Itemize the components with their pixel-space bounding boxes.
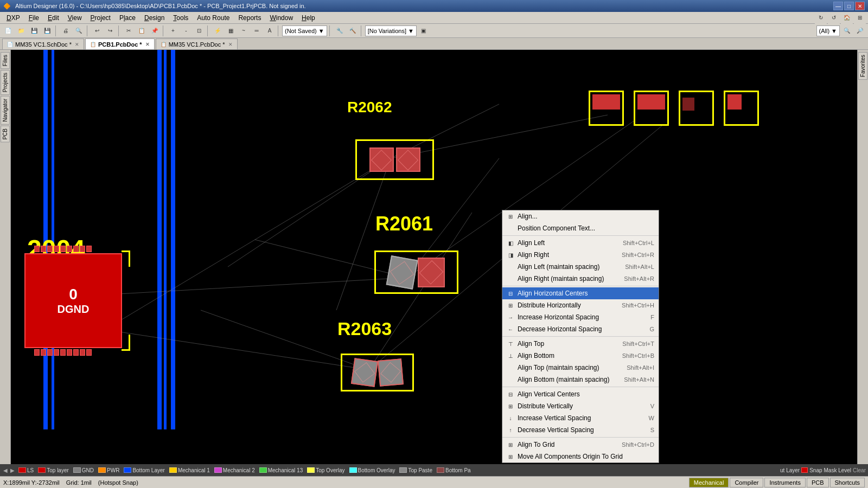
menu-window[interactable]: Window [265, 13, 297, 23]
tab-schematic-2[interactable]: 📋 MM35 VC1.PcbDoc * ✕ [156, 38, 238, 49]
top-comp-3[interactable] [679, 91, 714, 126]
tb-zoom-in[interactable]: + [167, 25, 179, 37]
tb-print[interactable]: 🖨 [60, 25, 72, 37]
menu-help[interactable]: Help [297, 13, 320, 23]
layer-mech13[interactable]: Mechanical 13 [258, 467, 304, 474]
sidebar-projects[interactable]: Projects [1, 70, 10, 95]
sidebar-files[interactable]: Files [1, 52, 10, 69]
toolbar-btn-3[interactable]: 🏠 [841, 12, 853, 24]
tb-new[interactable]: 📄 [2, 25, 14, 37]
ctx-align-top[interactable]: ⊤ Align Top Shift+Ctrl+T [502, 338, 659, 350]
ctx-align-top-spacing[interactable]: Align Top (maintain spacing) Shift+Alt+I [502, 362, 659, 374]
ctx-distribute-v[interactable]: ⊞ Distribute Vertically V [502, 400, 659, 412]
menu-dxp[interactable]: DXP [2, 13, 24, 23]
layer-bottompa[interactable]: Bottom Pa [435, 467, 473, 474]
ctx-align-hcenter[interactable]: ⊟ Align Horizontal Centers [502, 287, 659, 299]
menu-edit[interactable]: Edit [43, 13, 63, 23]
tb-cut[interactable]: ✂ [123, 25, 135, 37]
ctx-dec-h-spacing[interactable]: ← Decrease Horizontal Spacing G [502, 323, 659, 335]
layer-ls[interactable]: LS [17, 467, 35, 474]
tb-net[interactable]: ~ [238, 25, 250, 37]
comp-dgnd[interactable]: 0 DGND [24, 253, 122, 348]
tb-bus[interactable]: ═ [251, 25, 263, 37]
layer-mech1[interactable]: Mechanical 1 [168, 467, 212, 474]
tb-component[interactable]: ▦ [225, 25, 237, 37]
layer-toppaste[interactable]: Top Paste [398, 467, 433, 474]
ctx-align-left[interactable]: ◧ Align Left Shift+Ctrl+L [502, 237, 659, 249]
tab-close-2[interactable]: ✕ [145, 42, 150, 47]
ctx-align-bottom-spacing[interactable]: Align Bottom (maintain spacing) Shift+Al… [502, 374, 659, 386]
tb-redo[interactable]: ↪ [104, 25, 116, 37]
layer-gnd[interactable]: GND [72, 467, 95, 474]
ctx-dec-v-spacing[interactable]: ↑ Decrease Vertical Spacing S [502, 424, 659, 436]
menu-design[interactable]: Design [140, 13, 169, 23]
tb-zoom-a[interactable]: 🔍 [841, 25, 853, 37]
tab-shortcuts[interactable]: Shortcuts [830, 478, 865, 487]
layer-scroll-left-arrow[interactable]: ◀ [2, 467, 9, 473]
tb-zoom-out[interactable]: - [180, 25, 192, 37]
comp-r2061-body[interactable] [374, 251, 458, 294]
tb-wire[interactable]: ⚡ [212, 25, 224, 37]
toolbar-btn-1[interactable]: ↻ [815, 12, 827, 24]
tb-zoom-b[interactable]: 🔎 [854, 25, 866, 37]
layer-scroll-right-arrow[interactable]: ▶ [9, 467, 16, 473]
tb-variations-dropdown[interactable]: [No Variations] ▼ [365, 25, 417, 36]
ctx-align-vcenter[interactable]: ⊟ Align Vertical Centers [502, 388, 659, 400]
tab-pcb[interactable]: PCB [807, 478, 829, 487]
ctx-position-text[interactable]: Position Component Text... [502, 222, 659, 234]
minimize-button[interactable]: — [833, 2, 843, 10]
tb-save[interactable]: 💾 [28, 25, 40, 37]
tb-search[interactable]: 🔍 [73, 25, 85, 37]
tb-no-var-2[interactable]: 🔨 [347, 25, 359, 37]
menu-place[interactable]: Place [115, 13, 140, 23]
tab-instruments[interactable]: Instruments [764, 478, 805, 487]
tb-var-btn[interactable]: ▣ [418, 25, 430, 37]
layer-clear-btn[interactable]: Clear [853, 467, 866, 473]
tb-notsaved-dropdown[interactable]: (Not Saved) ▼ [282, 25, 327, 36]
tb-open[interactable]: 📁 [15, 25, 27, 37]
layer-pwr[interactable]: PWR [97, 467, 121, 474]
sidebar-favorites[interactable]: Favorites [858, 52, 867, 80]
tab-close-1[interactable]: ✕ [75, 42, 79, 47]
ctx-align-right-spacing[interactable]: Align Right (maintain spacing) Shift+Alt… [502, 273, 659, 285]
comp-r2062-body[interactable] [355, 139, 434, 180]
ctx-distribute-h[interactable]: ⊞ Distribute Horizontally Shift+Ctrl+H [502, 299, 659, 311]
tab-schematic-1[interactable]: 📄 MM35 VC1.SchDoc * ✕ [2, 38, 84, 49]
ctx-align-bottom[interactable]: ⊥ Align Bottom Shift+Ctrl+B [502, 350, 659, 362]
tab-mechanical[interactable]: Mechanical [689, 478, 729, 487]
tab-pcb-1[interactable]: 📋 PCB1.PcbDoc * ✕ [85, 38, 155, 49]
tb-text[interactable]: A [264, 25, 276, 37]
ctx-inc-h-spacing[interactable]: → Increase Horizontal Spacing F [502, 311, 659, 323]
ctx-align-grid[interactable]: ⊞ Align To Grid Shift+Ctrl+D [502, 439, 659, 451]
maximize-button[interactable]: □ [844, 2, 854, 10]
tb-paste[interactable]: 📌 [149, 25, 161, 37]
ctx-move-origin[interactable]: ⊞ Move All Components Origin To Grid [502, 451, 659, 463]
pcb-canvas[interactable]: R2062 R2061 R2063 2004 [11, 50, 857, 464]
tb-fit[interactable]: ⊡ [193, 25, 205, 37]
tb-undo[interactable]: ↩ [91, 25, 103, 37]
menu-reports[interactable]: Reports [234, 13, 265, 23]
sidebar-navigator[interactable]: Navigator [1, 96, 10, 125]
tb-no-var-1[interactable]: 🔧 [334, 25, 346, 37]
layer-bottom[interactable]: Bottom Layer [122, 467, 166, 474]
top-comp-1[interactable] [589, 91, 624, 126]
menu-file[interactable]: File [24, 13, 43, 23]
layer-top[interactable]: Top layer [36, 467, 71, 474]
menu-autoroute[interactable]: Auto Route [193, 13, 234, 23]
tb-all-dropdown[interactable]: (All) ▼ [816, 25, 840, 36]
tab-compiler[interactable]: Compiler [730, 478, 763, 487]
ctx-align-right[interactable]: ◨ Align Right Shift+Ctrl+R [502, 249, 659, 261]
close-button[interactable]: ✕ [855, 2, 865, 10]
layer-bottomoverlay[interactable]: Bottom Overlay [348, 467, 397, 474]
tab-close-3[interactable]: ✕ [228, 42, 233, 47]
menu-project[interactable]: Project [86, 13, 115, 23]
layer-topoverlay[interactable]: Top Overlay [305, 467, 346, 474]
top-comp-4[interactable] [724, 91, 759, 126]
comp-r2063-body[interactable] [341, 354, 414, 391]
sidebar-pcb[interactable]: PCB [1, 126, 10, 143]
tb-copy[interactable]: 📋 [136, 25, 148, 37]
top-comp-2[interactable] [634, 91, 669, 126]
tb-saveall[interactable]: 💾 [41, 25, 53, 37]
menu-view[interactable]: View [63, 13, 86, 23]
layer-mech2[interactable]: Mechanical 2 [213, 467, 257, 474]
